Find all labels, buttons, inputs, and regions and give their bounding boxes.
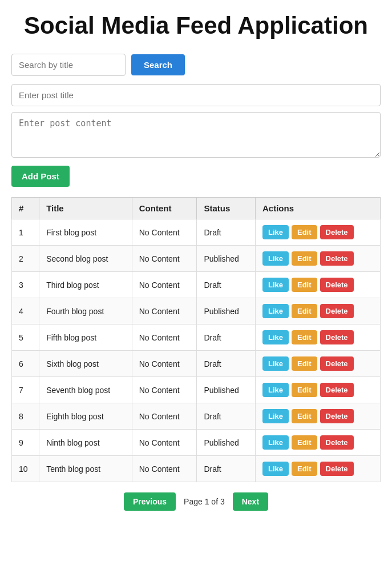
table-header: # Title Content Status Actions [12, 198, 381, 219]
cell-status: Published [197, 298, 256, 324]
posts-table: # Title Content Status Actions 1 First b… [11, 197, 381, 482]
edit-button[interactable]: Edit [292, 356, 317, 371]
edit-button[interactable]: Edit [292, 462, 317, 476]
page-info: Page 1 of 3 [184, 497, 225, 506]
cell-number: 6 [12, 351, 39, 377]
cell-title: Tenth blog post [39, 456, 132, 482]
cell-actions: Like Edit Delete [255, 324, 380, 351]
cell-actions: Like Edit Delete [255, 403, 380, 430]
cell-number: 10 [12, 456, 39, 482]
edit-button[interactable]: Edit [292, 383, 317, 397]
like-button[interactable]: Like [262, 356, 289, 371]
edit-button[interactable]: Edit [292, 225, 317, 239]
page-title: Social Media Feed Application [11, 11, 381, 40]
cell-content: No Content [132, 272, 197, 298]
cell-status: Draft [197, 351, 256, 377]
delete-button[interactable]: Delete [320, 330, 354, 344]
table-row: 4 Fourth blog post No Content Published … [12, 298, 381, 324]
add-post-button[interactable]: Add Post [11, 166, 70, 187]
cell-actions: Like Edit Delete [255, 246, 380, 272]
cell-title: Eighth blog post [39, 403, 132, 430]
table-row: 1 First blog post No Content Draft Like … [12, 219, 381, 246]
cell-actions: Like Edit Delete [255, 456, 380, 482]
cell-status: Draft [197, 272, 256, 298]
delete-button[interactable]: Delete [320, 225, 354, 239]
like-button[interactable]: Like [262, 462, 289, 476]
post-title-input[interactable] [11, 84, 381, 106]
cell-actions: Like Edit Delete [255, 430, 380, 456]
next-button[interactable]: Next [233, 492, 268, 511]
cell-status: Published [197, 377, 256, 403]
edit-button[interactable]: Edit [292, 409, 317, 423]
cell-content: No Content [132, 324, 197, 351]
delete-button[interactable]: Delete [320, 435, 354, 450]
edit-button[interactable]: Edit [292, 330, 317, 344]
delete-button[interactable]: Delete [320, 356, 354, 371]
cell-actions: Like Edit Delete [255, 351, 380, 377]
edit-button[interactable]: Edit [292, 304, 317, 318]
col-actions: Actions [255, 198, 380, 219]
search-row: Search [11, 54, 381, 76]
cell-content: No Content [132, 430, 197, 456]
edit-button[interactable]: Edit [292, 435, 317, 450]
table-row: 9 Ninth blog post No Content Published L… [12, 430, 381, 456]
search-button[interactable]: Search [131, 54, 185, 75]
pagination: Previous Page 1 of 3 Next [11, 492, 381, 522]
cell-title: Sixth blog post [39, 351, 132, 377]
table-row: 3 Third blog post No Content Draft Like … [12, 272, 381, 298]
edit-button[interactable]: Edit [292, 278, 317, 292]
col-content: Content [132, 198, 197, 219]
cell-number: 9 [12, 430, 39, 456]
like-button[interactable]: Like [262, 409, 289, 423]
table-row: 10 Tenth blog post No Content Draft Like… [12, 456, 381, 482]
cell-number: 8 [12, 403, 39, 430]
like-button[interactable]: Like [262, 251, 289, 266]
cell-content: No Content [132, 351, 197, 377]
cell-status: Draft [197, 219, 256, 246]
cell-status: Published [197, 430, 256, 456]
delete-button[interactable]: Delete [320, 409, 354, 423]
like-button[interactable]: Like [262, 383, 289, 397]
cell-status: Draft [197, 456, 256, 482]
delete-button[interactable]: Delete [320, 304, 354, 318]
post-content-textarea[interactable] [11, 112, 381, 158]
cell-actions: Like Edit Delete [255, 272, 380, 298]
table-row: 8 Eighth blog post No Content Draft Like… [12, 403, 381, 430]
cell-content: No Content [132, 246, 197, 272]
cell-number: 5 [12, 324, 39, 351]
cell-title: Fourth blog post [39, 298, 132, 324]
cell-content: No Content [132, 456, 197, 482]
cell-title: Seventh blog post [39, 377, 132, 403]
edit-button[interactable]: Edit [292, 251, 317, 266]
delete-button[interactable]: Delete [320, 278, 354, 292]
like-button[interactable]: Like [262, 278, 289, 292]
cell-status: Published [197, 246, 256, 272]
cell-number: 2 [12, 246, 39, 272]
cell-status: Draft [197, 403, 256, 430]
delete-button[interactable]: Delete [320, 383, 354, 397]
cell-actions: Like Edit Delete [255, 219, 380, 246]
table-row: 5 Fifth blog post No Content Draft Like … [12, 324, 381, 351]
like-button[interactable]: Like [262, 225, 289, 239]
like-button[interactable]: Like [262, 330, 289, 344]
col-status: Status [197, 198, 256, 219]
cell-number: 3 [12, 272, 39, 298]
like-button[interactable]: Like [262, 435, 289, 450]
delete-button[interactable]: Delete [320, 251, 354, 266]
cell-title: Fifth blog post [39, 324, 132, 351]
cell-title: Ninth blog post [39, 430, 132, 456]
col-number: # [12, 198, 39, 219]
search-input[interactable] [11, 54, 126, 76]
cell-title: Third blog post [39, 272, 132, 298]
table-row: 7 Seventh blog post No Content Published… [12, 377, 381, 403]
previous-button[interactable]: Previous [124, 492, 176, 511]
cell-title: First blog post [39, 219, 132, 246]
cell-title: Second blog post [39, 246, 132, 272]
like-button[interactable]: Like [262, 304, 289, 318]
cell-content: No Content [132, 403, 197, 430]
delete-button[interactable]: Delete [320, 462, 354, 476]
cell-number: 7 [12, 377, 39, 403]
cell-actions: Like Edit Delete [255, 298, 380, 324]
cell-content: No Content [132, 377, 197, 403]
col-title: Title [39, 198, 132, 219]
